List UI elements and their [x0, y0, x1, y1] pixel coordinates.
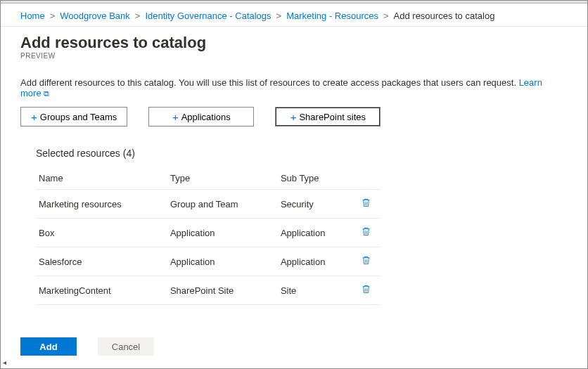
filter-button-applications[interactable]: +Applications: [148, 107, 254, 127]
cancel-button[interactable]: Cancel: [98, 337, 154, 356]
cell-actions: [355, 219, 381, 247]
page-title: Add resources to catalog: [20, 34, 568, 52]
table-header-row: NameTypeSub Type: [36, 167, 381, 190]
filter-button-groups-and-teams[interactable]: +Groups and Teams: [20, 107, 127, 127]
column-header-actions: [355, 167, 381, 190]
cell-name: Salesforce: [36, 247, 167, 276]
breadcrumb-separator: >: [276, 11, 282, 21]
external-link-icon: ⧉: [44, 89, 49, 98]
resources-table: NameTypeSub Type Marketing resourcesGrou…: [36, 167, 381, 305]
cell-actions: [355, 247, 381, 276]
selected-resources-title: Selected resources (4): [36, 145, 568, 167]
preview-badge: PREVIEW: [20, 52, 568, 60]
filter-button-row: +Groups and Teams+Applications+SharePoin…: [1, 107, 587, 138]
breadcrumb-link[interactable]: Identity Governance - Catalogs: [145, 11, 271, 21]
filter-button-sharepoint-sites[interactable]: +SharePoint sites: [275, 107, 381, 127]
delete-row-button[interactable]: [359, 283, 373, 298]
filter-button-label: Applications: [181, 112, 231, 122]
table-row: Marketing resourcesGroup and TeamSecurit…: [36, 190, 381, 219]
cell-type: Application: [167, 219, 278, 247]
plus-icon: +: [290, 112, 297, 122]
cell-name: Marketing resources: [36, 190, 167, 219]
page-description: Add different resources to this catalog.…: [1, 60, 587, 107]
table-row: BoxApplicationApplication: [36, 219, 381, 247]
scroll-left-arrow[interactable]: ◂: [3, 358, 6, 366]
filter-button-label: Groups and Teams: [40, 112, 117, 122]
cell-actions: [355, 276, 381, 305]
breadcrumb-link[interactable]: Marketing - Resources: [286, 11, 378, 21]
column-header: Type: [167, 167, 278, 190]
column-header: Name: [36, 167, 167, 190]
trash-icon: [361, 226, 371, 237]
table-row: SalesforceApplicationApplication: [36, 247, 381, 276]
column-header: Sub Type: [278, 167, 355, 190]
cell-subtype: Application: [278, 219, 355, 247]
cell-actions: [355, 190, 381, 219]
add-button[interactable]: Add: [20, 337, 77, 356]
trash-icon: [361, 255, 371, 266]
delete-row-button[interactable]: [359, 196, 373, 212]
plus-icon: +: [172, 112, 179, 122]
breadcrumb-separator: >: [50, 11, 56, 21]
breadcrumb-link[interactable]: Home: [20, 11, 45, 21]
table-body: Marketing resourcesGroup and TeamSecurit…: [36, 190, 381, 305]
cell-subtype: Site: [278, 276, 355, 305]
breadcrumb-current: Add resources to catalog: [394, 11, 495, 21]
breadcrumb: Home>Woodgrove Bank>Identity Governance …: [1, 4, 587, 27]
cell-type: Group and Team: [167, 190, 278, 219]
trash-icon: [361, 198, 371, 208]
table-row: MarketingContentSharePoint SiteSite: [36, 276, 381, 305]
delete-row-button[interactable]: [359, 225, 373, 240]
description-text: Add different resources to this catalog.…: [20, 77, 519, 88]
filter-button-label: SharePoint sites: [299, 112, 366, 122]
cell-type: Application: [167, 247, 278, 276]
breadcrumb-separator: >: [135, 11, 141, 21]
cell-type: SharePoint Site: [167, 276, 278, 305]
delete-row-button[interactable]: [359, 254, 373, 269]
cell-subtype: Security: [278, 190, 355, 219]
breadcrumb-separator: >: [383, 11, 389, 21]
cell-name: Box: [36, 219, 167, 247]
trash-icon: [361, 284, 371, 294]
cell-name: MarketingContent: [36, 276, 167, 305]
breadcrumb-link[interactable]: Woodgrove Bank: [60, 11, 130, 21]
plus-icon: +: [31, 112, 37, 122]
cell-subtype: Application: [278, 247, 355, 276]
footer-actions: Add Cancel: [20, 337, 154, 356]
